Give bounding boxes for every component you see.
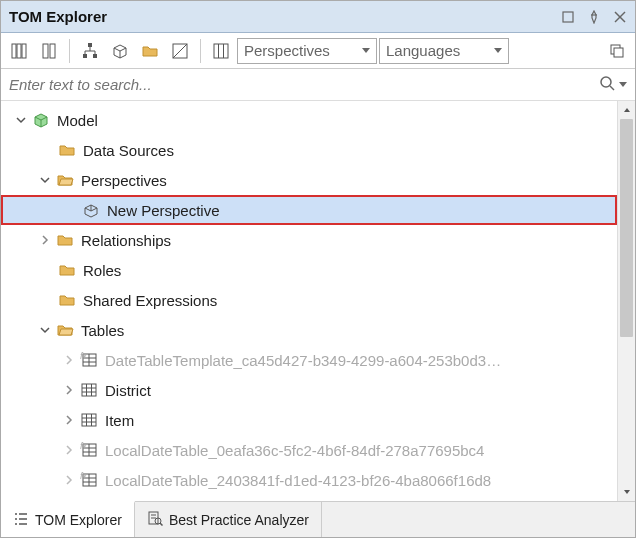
model-icon: [31, 110, 51, 130]
toolbar-copy-icon[interactable]: [603, 37, 631, 65]
svg-rect-5: [17, 44, 21, 58]
toolbar-separator: [69, 39, 70, 63]
calculated-table-icon: fx: [79, 350, 99, 370]
svg-line-27: [610, 86, 614, 90]
analyzer-icon: [147, 510, 163, 529]
svg-text:fx: fx: [80, 471, 88, 481]
tree-node-table[interactable]: Sales: [1, 495, 617, 501]
toolbar-columns-icon[interactable]: [35, 37, 63, 65]
toolbar-separator: [200, 39, 201, 63]
languages-dropdown-label: Languages: [386, 42, 488, 59]
svg-line-16: [114, 48, 120, 51]
svg-rect-25: [614, 48, 623, 57]
tree-label: DateTableTemplate_ca45d427-b349-4299-a60…: [105, 352, 501, 369]
tab-best-practice-analyzer[interactable]: Best Practice Analyzer: [135, 502, 322, 537]
search-input[interactable]: [9, 76, 599, 93]
tree-node-data-sources[interactable]: Data Sources: [1, 135, 617, 165]
tree-node-relationships[interactable]: Relationships: [1, 225, 617, 255]
tree-label: LocalDateTable_2403841f-d1ed-4123-bf26-4…: [105, 472, 491, 489]
calculated-table-icon: fx: [79, 470, 99, 490]
svg-rect-7: [43, 44, 48, 58]
tree-node-perspectives[interactable]: Perspectives: [1, 165, 617, 195]
tree-node-table[interactable]: fx LocalDateTable_2403841f-d1ed-4123-bf2…: [1, 465, 617, 495]
tree-label: Shared Expressions: [83, 292, 217, 309]
toolbar-measures-icon[interactable]: [5, 37, 33, 65]
scroll-down-icon[interactable]: [618, 483, 635, 501]
table-icon: [79, 380, 99, 400]
svg-marker-31: [60, 146, 74, 155]
svg-marker-39: [60, 296, 74, 305]
search-icon[interactable]: [599, 75, 615, 94]
tree-node-table[interactable]: fx LocalDateTable_0eafa36c-5fc2-4b6f-84d…: [1, 435, 617, 465]
svg-line-35: [85, 208, 91, 211]
svg-marker-37: [58, 236, 72, 245]
svg-rect-8: [50, 44, 55, 58]
svg-text:fx: fx: [80, 351, 88, 361]
folder-icon: [57, 140, 77, 160]
tree-node-model[interactable]: Model: [1, 105, 617, 135]
toolbar-package-icon[interactable]: [106, 37, 134, 65]
scroll-track[interactable]: [618, 119, 635, 483]
perspectives-dropdown[interactable]: Perspectives: [237, 38, 377, 64]
tree-label: Model: [57, 112, 98, 129]
tree-node-table[interactable]: Item: [1, 405, 617, 435]
window-close-icon[interactable]: [613, 10, 627, 24]
svg-point-26: [601, 77, 611, 87]
tree-label: Perspectives: [81, 172, 167, 189]
toolbar-hierarchy-icon[interactable]: [76, 37, 104, 65]
svg-line-82: [160, 523, 163, 526]
folder-open-icon: [55, 320, 75, 340]
svg-marker-38: [60, 266, 74, 275]
tree-node-table[interactable]: fx DateTableTemplate_ca45d427-b349-4299-…: [1, 345, 617, 375]
chevron-down-icon: [362, 48, 370, 53]
svg-line-20: [173, 44, 187, 58]
languages-dropdown[interactable]: Languages: [379, 38, 509, 64]
window-pin-icon[interactable]: [587, 10, 601, 24]
expander-icon[interactable]: [61, 442, 77, 458]
vertical-scrollbar[interactable]: [617, 101, 635, 501]
svg-rect-9: [88, 43, 92, 47]
expander-icon[interactable]: [37, 232, 53, 248]
table-icon: [79, 500, 99, 501]
tree-node-table[interactable]: District: [1, 375, 617, 405]
toolbar-hidden-icon[interactable]: [166, 37, 194, 65]
svg-rect-0: [563, 12, 573, 22]
tree-node-tables[interactable]: Tables: [1, 315, 617, 345]
perspectives-dropdown-label: Perspectives: [244, 42, 356, 59]
expander-icon[interactable]: [37, 172, 53, 188]
scroll-thumb[interactable]: [620, 119, 633, 337]
svg-rect-11: [93, 54, 97, 58]
svg-point-74: [15, 523, 17, 525]
tree-label: Data Sources: [83, 142, 174, 159]
tree-label: Relationships: [81, 232, 171, 249]
toolbar: Perspectives Languages: [1, 33, 635, 69]
folder-open-icon: [55, 170, 75, 190]
tab-label: TOM Explorer: [35, 512, 122, 528]
tab-label: Best Practice Analyzer: [169, 512, 309, 528]
expander-icon[interactable]: [61, 472, 77, 488]
chevron-down-icon[interactable]: [619, 82, 627, 87]
expander-icon[interactable]: [37, 322, 53, 338]
tree-outline-icon: [13, 511, 29, 530]
expander-icon[interactable]: [13, 112, 29, 128]
tree-label: Roles: [83, 262, 121, 279]
tree-view[interactable]: Model Data Sources Perspectives New Pers…: [1, 101, 617, 501]
toolbar-info-icon[interactable]: [207, 37, 235, 65]
tab-tom-explorer[interactable]: TOM Explorer: [1, 501, 135, 537]
svg-rect-47: [82, 384, 96, 396]
toolbar-folder-icon[interactable]: [136, 37, 164, 65]
tree-node-roles[interactable]: Roles: [1, 255, 617, 285]
tree-label: New Perspective: [107, 202, 220, 219]
tree-node-shared-expressions[interactable]: Shared Expressions: [1, 285, 617, 315]
title-bar: TOM Explorer: [1, 1, 635, 33]
expander-icon[interactable]: [61, 412, 77, 428]
svg-marker-41: [59, 329, 73, 335]
svg-point-72: [15, 513, 17, 515]
chevron-down-icon: [494, 48, 502, 53]
expander-icon[interactable]: [61, 352, 77, 368]
window-float-icon[interactable]: [561, 10, 575, 24]
expander-icon[interactable]: [61, 382, 77, 398]
tree-label: Item: [105, 412, 134, 429]
scroll-up-icon[interactable]: [618, 101, 635, 119]
tree-node-new-perspective[interactable]: New Perspective: [1, 195, 617, 225]
